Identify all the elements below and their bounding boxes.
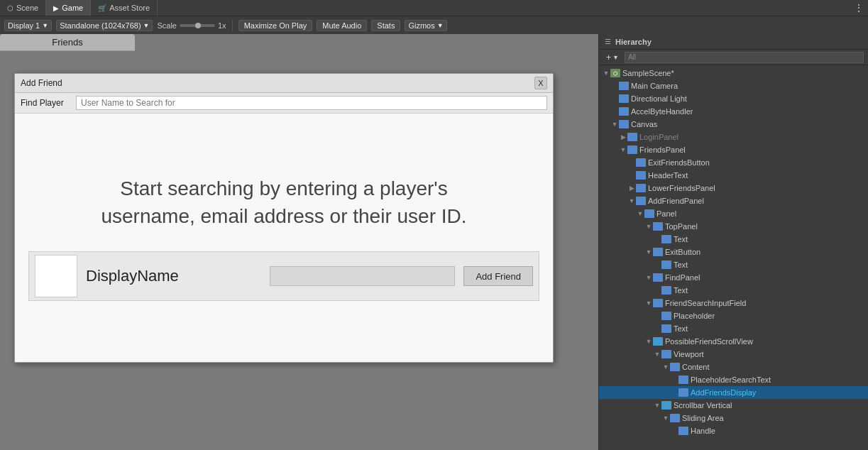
add-friend-button[interactable]: Add Friend	[463, 266, 533, 286]
game-icon: ▶	[53, 4, 59, 12]
tree-item-placeholdersearchtext[interactable]: PlaceholderSearchText	[599, 373, 868, 386]
tree-item-text3[interactable]: Text	[599, 284, 868, 297]
stats-btn[interactable]: Stats	[371, 20, 400, 31]
tree-item-samplescene[interactable]: ▼⬡SampleScene*	[599, 67, 868, 79]
tree-item-friendspanel[interactable]: ▼FriendsPanel	[599, 143, 868, 156]
tree-arrow-possiblefriendscrollview: ▼	[644, 338, 653, 345]
tree-item-placeholder[interactable]: Placeholder	[599, 309, 868, 322]
tree-icon-placeholdersearchtext	[679, 375, 688, 384]
tree-icon-addfriendsdisplay	[679, 388, 688, 397]
modal-title-bar: Add Friend X	[15, 74, 553, 93]
tree-icon-text3	[661, 286, 671, 295]
tree-arrow-sliding_area: ▼	[661, 415, 670, 422]
tree-label-directionallight: Directional Light	[631, 94, 687, 103]
tab-bar: ⬡ Scene ▶ Game 🛒 Asset Store ⋮	[0, 0, 868, 16]
tree-item-accelbyte[interactable]: AccelByteHandler	[599, 105, 868, 118]
tree-label-content: Content	[682, 363, 710, 371]
tree-icon-placeholder	[661, 312, 671, 320]
tree-item-loginpanel[interactable]: ▶LoginPanel	[599, 131, 868, 143]
tree-label-text4: Text	[674, 324, 688, 333]
search-input[interactable]	[76, 96, 547, 110]
scale-value: 1x	[218, 21, 226, 30]
tree-icon-loginpanel	[627, 133, 637, 141]
tree-item-sliding_area[interactable]: ▼Sliding Area	[599, 412, 868, 424]
modal-overlay: Add Friend X Find Player Start searching…	[0, 34, 598, 450]
store-icon: 🛒	[98, 4, 106, 12]
tree-item-scrollbar_vertical[interactable]: ▼Scrollbar Vertical	[599, 399, 868, 412]
tree-item-directionallight[interactable]: Directional Light	[599, 92, 868, 105]
tree-item-text4[interactable]: Text	[599, 322, 868, 335]
display-dropdown[interactable]: Display 1 ▼	[4, 20, 52, 31]
tree-icon-text1	[661, 235, 671, 243]
hierarchy-search-input[interactable]	[625, 52, 864, 63]
tree-label-samplescene: SampleScene*	[622, 69, 674, 77]
gizmos-chevron: ▼	[437, 22, 444, 29]
tree-label-text3: Text	[674, 286, 688, 295]
scale-slider[interactable]	[180, 24, 215, 27]
tree-item-canvas[interactable]: ▼Canvas	[599, 118, 868, 131]
tree-item-toppanel[interactable]: ▼TopPanel	[599, 220, 868, 233]
tree-item-panel[interactable]: ▼Panel	[599, 207, 868, 220]
tree-icon-addfriendpanel	[636, 197, 646, 205]
tree-arrow-friendsearchinputfield: ▼	[644, 300, 653, 307]
tree-icon-canvas	[619, 120, 629, 128]
tree-arrow-panel: ▼	[636, 210, 644, 217]
tree-item-exitbutton[interactable]: ▼ExitButton	[599, 246, 868, 258]
tree-icon-exitbutton	[653, 248, 663, 256]
tree-item-findpanel[interactable]: ▼FindPanel	[599, 271, 868, 284]
gizmos-dropdown[interactable]: Gizmos ▼	[405, 20, 446, 31]
main-layout: Friends Add Friend X Find Player Start s…	[0, 34, 868, 450]
tree-icon-friendsearchinputfield	[653, 299, 663, 307]
tree-label-canvas: Canvas	[631, 120, 657, 128]
display-chevron: ▼	[42, 22, 48, 29]
tree-arrow-friendspanel: ▼	[619, 146, 627, 153]
add-icon: +	[606, 53, 611, 62]
resolution-dropdown[interactable]: Standalone (1024x768) ▼	[56, 20, 153, 31]
tree-item-maincamera[interactable]: Main Camera	[599, 79, 868, 92]
tab-game[interactable]: ▶ Game	[46, 0, 91, 16]
tab-asset-store-label: Asset Store	[109, 4, 150, 12]
hierarchy-tree: ▼⬡SampleScene* Main Camera Directional L…	[599, 65, 868, 450]
tree-arrow-findpanel: ▼	[644, 274, 653, 281]
tree-item-headertext[interactable]: HeaderText	[599, 169, 868, 182]
tree-label-addfriendpanel: AddFriendPanel	[648, 197, 704, 205]
tree-label-addfriendsdisplay: AddFriendsDisplay	[691, 388, 756, 397]
modal-content: Start searching by entering a player's u…	[15, 114, 553, 362]
tree-label-friendspanel: FriendsPanel	[639, 146, 686, 154]
tree-item-friendsearchinputfield[interactable]: ▼FriendSearchInputField	[599, 297, 868, 309]
tab-asset-store[interactable]: 🛒 Asset Store	[91, 0, 158, 16]
tree-item-possiblefriendscrollview[interactable]: ▼PossibleFriendScrollView	[599, 335, 868, 348]
tree-icon-handle	[679, 427, 688, 435]
tree-label-text1: Text	[674, 235, 688, 243]
friend-search-input[interactable]	[270, 266, 455, 286]
tree-item-viewport[interactable]: ▼Viewport	[599, 348, 868, 361]
resolution-label: Standalone (1024x768)	[60, 21, 141, 30]
tab-scene[interactable]: ⬡ Scene	[0, 0, 46, 16]
tree-label-panel: Panel	[657, 209, 676, 218]
tab-more-btn[interactable]: ⋮	[850, 2, 868, 13]
tree-label-headertext: HeaderText	[648, 171, 688, 180]
mute-audio-btn[interactable]: Mute Audio	[317, 20, 367, 31]
tree-item-exitfriendsbutton[interactable]: ExitFriendsButton	[599, 156, 868, 169]
tree-item-lowerfriendspanel[interactable]: ▶LowerFriendsPanel	[599, 182, 868, 194]
scale-label: Scale	[157, 21, 177, 30]
tree-item-content[interactable]: ▼Content	[599, 361, 868, 373]
tree-icon-text2	[661, 260, 671, 269]
tree-item-text2[interactable]: Text	[599, 258, 868, 271]
modal-close-btn[interactable]: X	[534, 77, 547, 89]
tree-item-addfriendpanel[interactable]: ▼AddFriendPanel	[599, 194, 868, 207]
tree-icon-maincamera	[619, 82, 629, 90]
hierarchy-add-btn[interactable]: + ▼	[603, 53, 622, 62]
tree-item-handle[interactable]: Handle	[599, 424, 868, 437]
gizmos-label: Gizmos	[408, 21, 434, 30]
friend-avatar	[35, 255, 77, 297]
tree-item-addfriendsdisplay[interactable]: AddFriendsDisplay	[599, 386, 868, 399]
add-friend-modal: Add Friend X Find Player Start searching…	[14, 73, 554, 363]
resolution-chevron: ▼	[143, 22, 150, 29]
tree-label-viewport: Viewport	[674, 350, 704, 358]
maximize-on-play-btn[interactable]: Maximize On Play	[238, 20, 313, 31]
tree-icon-lowerfriendspanel	[636, 184, 646, 192]
tree-arrow-scrollbar_vertical: ▼	[653, 402, 661, 409]
tree-item-text1[interactable]: Text	[599, 233, 868, 246]
tree-label-toppanel: TopPanel	[665, 222, 698, 231]
